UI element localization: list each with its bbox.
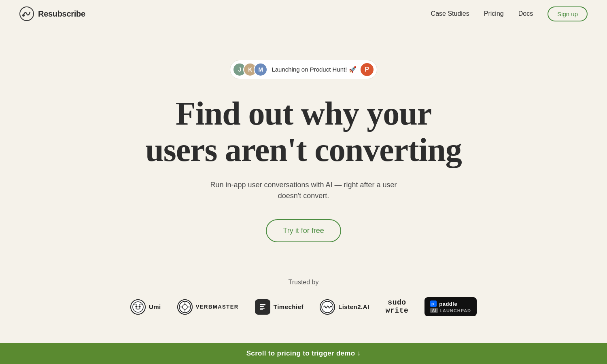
- hero-heading-line2: users aren't converting: [145, 131, 462, 168]
- logo-icon: [19, 6, 34, 21]
- sudowrite-text: sudo write: [386, 299, 409, 315]
- paddle-launchpad: LAUNCHPAD: [439, 308, 471, 313]
- hero-subheading: Run in-app user conversations with AI — …: [198, 180, 409, 201]
- logo-paddle: p paddle AI LAUNCHPAD: [424, 297, 477, 316]
- umi-text: Umi: [149, 303, 161, 310]
- logo-listen2ai: Listen2.AI: [320, 299, 369, 315]
- listen2ai-icon: [320, 299, 335, 315]
- navbar: Resubscribe Case Studies Pricing Docs Si…: [0, 0, 607, 28]
- timechief-text: Timechief: [274, 303, 304, 310]
- hero-heading-line1: Find out why your: [176, 95, 431, 132]
- logo-verbmaster: VERBMASTER: [177, 299, 239, 315]
- umi-icon: [130, 299, 146, 315]
- logo-umi: Umi: [130, 299, 161, 315]
- nav-case-studies[interactable]: Case Studies: [431, 10, 469, 17]
- avatar-group: J K M: [233, 63, 267, 76]
- svg-point-4: [138, 305, 140, 307]
- hero-section: J K M Launching on Product Hunt! 🚀 P Fin…: [0, 28, 607, 316]
- svg-text:p: p: [431, 302, 434, 306]
- verbmaster-text: VERBMASTER: [196, 304, 239, 310]
- bottom-bar: Scroll to pricing to trigger demo ↓: [0, 343, 607, 364]
- svg-rect-10: [260, 308, 265, 309]
- logo-timechief: Timechief: [255, 299, 304, 315]
- paddle-icon: p: [430, 301, 437, 307]
- svg-point-1: [22, 14, 25, 17]
- avatar-3: M: [254, 63, 267, 76]
- nav-pricing[interactable]: Pricing: [484, 10, 504, 17]
- trusted-label: Trusted by: [289, 279, 319, 286]
- timechief-icon: [255, 299, 270, 315]
- badge-label: Launching on Product Hunt! 🚀: [272, 66, 356, 73]
- svg-point-3: [135, 305, 137, 307]
- bottom-bar-text: Scroll to pricing to trigger demo ↓: [246, 349, 361, 357]
- svg-rect-11: [260, 309, 263, 310]
- svg-point-2: [133, 302, 143, 312]
- logo-sudowrite: sudo write: [386, 299, 409, 315]
- paddle-brand: paddle: [439, 301, 457, 307]
- product-hunt-badge[interactable]: J K M Launching on Product Hunt! 🚀 P: [230, 60, 377, 79]
- cta-button[interactable]: Try it for free: [266, 219, 341, 242]
- product-hunt-icon: P: [361, 63, 374, 76]
- trusted-section: Trusted by Umi: [0, 279, 607, 316]
- nav-links: Case Studies Pricing Docs Sign up: [431, 6, 588, 21]
- verbmaster-icon: [177, 299, 193, 315]
- nav-docs[interactable]: Docs: [518, 10, 533, 17]
- signup-button[interactable]: Sign up: [548, 6, 588, 21]
- trusted-logos: Umi VERBMASTER: [114, 297, 493, 316]
- logo[interactable]: Resubscribe: [19, 6, 85, 21]
- svg-rect-8: [260, 304, 265, 305]
- hero-heading: Find out why your users aren't convertin…: [145, 95, 462, 168]
- logo-text: Resubscribe: [38, 9, 85, 19]
- listen2ai-text: Listen2.AI: [338, 303, 369, 310]
- svg-rect-9: [260, 306, 264, 307]
